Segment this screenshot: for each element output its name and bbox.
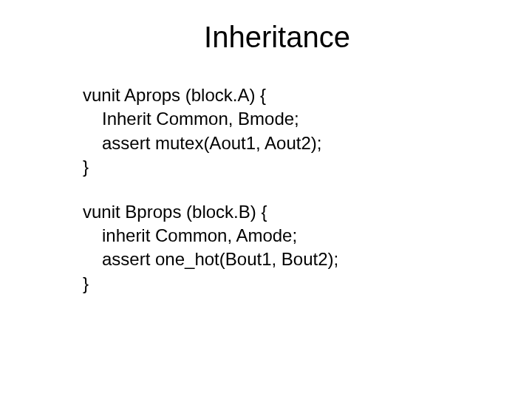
slide-container: Inheritance vunit Aprops (block.A) { Inh… (0, 0, 532, 399)
code-line: inherit Common, Amode; (83, 224, 488, 248)
code-line: assert mutex(Aout1, Aout2); (83, 132, 488, 155)
code-line: } (83, 155, 488, 179)
code-line: vunit Aprops (block.A) { (83, 83, 488, 107)
code-line: vunit Bprops (block.B) { (83, 200, 488, 224)
code-line: } (83, 272, 488, 296)
code-line: assert one_hot(Bout1, Bout2); (83, 248, 488, 271)
code-line: Inherit Common, Bmode; (83, 107, 488, 131)
code-block-b: vunit Bprops (block.B) { inherit Common,… (83, 200, 488, 296)
slide-content: vunit Aprops (block.A) { Inherit Common,… (0, 83, 532, 296)
code-block-a: vunit Aprops (block.A) { Inherit Common,… (83, 83, 488, 180)
slide-title: Inheritance (22, 21, 532, 54)
